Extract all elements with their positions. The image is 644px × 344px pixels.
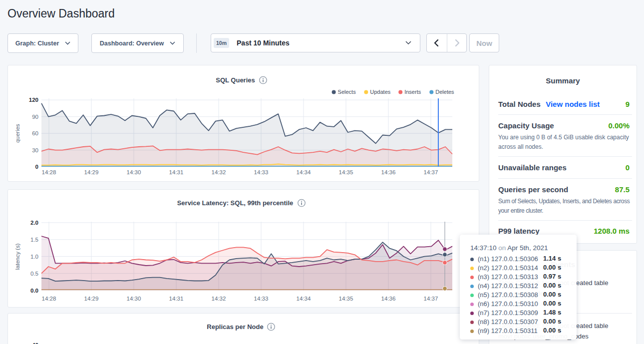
svg-text:60: 60 xyxy=(32,130,38,136)
svg-text:14:33: 14:33 xyxy=(254,169,269,175)
svg-text:SQL Queries: SQL Queries xyxy=(216,76,255,84)
svg-text:14:35: 14:35 xyxy=(339,169,353,175)
svg-text:14:32: 14:32 xyxy=(212,169,226,175)
svg-text:14:28: 14:28 xyxy=(42,169,56,175)
svg-text:0.0: 0.0 xyxy=(30,288,38,294)
svg-text:2.0: 2.0 xyxy=(30,220,38,226)
svg-text:14:30: 14:30 xyxy=(127,169,141,175)
svg-text:14:28: 14:28 xyxy=(42,296,56,302)
svg-text:14:34: 14:34 xyxy=(297,169,311,175)
svg-text:Replicas per Node: Replicas per Node xyxy=(207,323,263,331)
svg-text:14:37: 14:37 xyxy=(424,296,438,302)
svg-text:Service Latency: SQL, 99th per: Service Latency: SQL, 99th percentile xyxy=(177,199,294,207)
svg-text:Deletes: Deletes xyxy=(435,89,454,95)
svg-text:40: 40 xyxy=(32,342,38,344)
svg-text:90: 90 xyxy=(32,114,38,120)
svg-text:14:29: 14:29 xyxy=(84,169,99,175)
svg-text:0: 0 xyxy=(35,164,38,170)
svg-text:Updates: Updates xyxy=(370,89,390,95)
svg-text:14:31: 14:31 xyxy=(169,169,184,175)
svg-text:14:31: 14:31 xyxy=(169,296,184,302)
svg-text:14:33: 14:33 xyxy=(254,296,269,302)
svg-text:Selects: Selects xyxy=(338,89,356,95)
svg-text:120: 120 xyxy=(29,97,38,103)
svg-text:14:34: 14:34 xyxy=(297,296,311,302)
svg-text:14:32: 14:32 xyxy=(212,296,226,302)
svg-text:30: 30 xyxy=(32,147,38,153)
svg-text:14:29: 14:29 xyxy=(84,296,99,302)
svg-text:1.5: 1.5 xyxy=(30,237,38,243)
svg-text:14:37: 14:37 xyxy=(424,169,438,175)
svg-text:Inserts: Inserts xyxy=(404,89,421,95)
svg-text:14:36: 14:36 xyxy=(381,169,396,175)
svg-text:0.5: 0.5 xyxy=(30,271,38,277)
svg-text:14:36: 14:36 xyxy=(381,296,396,302)
svg-text:14:35: 14:35 xyxy=(339,296,353,302)
svg-text:14:30: 14:30 xyxy=(127,296,141,302)
svg-text:latency (s): latency (s) xyxy=(14,243,20,270)
svg-text:queries: queries xyxy=(14,124,20,143)
svg-text:1.0: 1.0 xyxy=(30,254,38,260)
